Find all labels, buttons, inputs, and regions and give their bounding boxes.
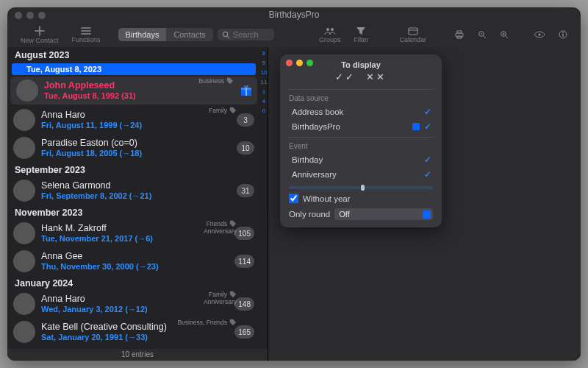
- entry-tags: Business, Friends: [177, 319, 237, 326]
- entry-tags: Family: [209, 291, 237, 298]
- age-slider[interactable]: [289, 186, 433, 189]
- entry-date: Tue, August 8, 1992 (31): [44, 91, 234, 101]
- display-popover: To display ✓✓ ✕✕ Data source Address boo…: [280, 54, 442, 227]
- svg-rect-15: [245, 88, 247, 96]
- zoom-icon[interactable]: [38, 12, 46, 19]
- groups-button[interactable]: Groups: [315, 25, 345, 45]
- minimize-icon[interactable]: [26, 12, 34, 19]
- entry-name: Anna Gee: [41, 251, 229, 261]
- entry-name: Selena Garmond: [41, 180, 231, 191]
- info-button[interactable]: [554, 29, 572, 40]
- list-item[interactable]: Paradise Easton (co=0)Fri, August 18, 20…: [7, 134, 260, 162]
- day-gutter: [260, 205, 268, 275]
- list-item[interactable]: Anna HaroFri, August 11, 1999 (→24)3Fami…: [7, 106, 260, 134]
- list-item[interactable]: Anna GeeThu, November 30, 2000 (→23)114: [7, 247, 260, 275]
- entry-name: Anna Haro: [41, 294, 229, 304]
- svg-rect-12: [562, 34, 563, 37]
- only-round-select[interactable]: Off: [334, 208, 433, 220]
- days-badge: 165: [234, 325, 254, 339]
- days-badge: 114: [234, 255, 254, 268]
- zoom-out-button[interactable]: [473, 29, 491, 40]
- window-traffic-lights: [15, 12, 46, 19]
- row-address-book[interactable]: Address book ✓: [287, 105, 434, 119]
- days-badge: 105: [234, 227, 254, 240]
- print-button[interactable]: [450, 29, 469, 40]
- entry-name: Anna Haro: [41, 110, 231, 120]
- day-gutter: 891011146: [260, 47, 268, 162]
- entry-date: Fri, August 18, 2005 (→18): [41, 149, 231, 158]
- svg-rect-5: [457, 31, 462, 33]
- days-badge: 148: [234, 297, 254, 311]
- svg-point-9: [538, 33, 540, 35]
- toolbar: New Contact Functions Birthdays Contacts…: [7, 22, 581, 47]
- app-window: BirthdaysPro New Contact Functions Birth…: [7, 7, 581, 361]
- entry-date: Thu, November 30, 2000 (→23): [41, 262, 229, 272]
- day-gutter: [260, 275, 268, 346]
- section-data-source: Data source: [287, 94, 434, 105]
- popover-zoom-icon[interactable]: [306, 60, 313, 66]
- check-icon: ✓: [424, 155, 431, 165]
- entry-date: Fri, August 11, 1999 (→24): [41, 121, 231, 130]
- without-year-checkbox[interactable]: Without year: [280, 191, 442, 206]
- entries-footer: 10 entries: [7, 349, 268, 361]
- entry-date: Tue, November 21, 2017 (→6): [41, 234, 229, 244]
- window-title: BirthdaysPro: [7, 10, 581, 20]
- search-icon: [222, 31, 230, 39]
- avatar: [13, 222, 35, 244]
- entry-name: Paradise Easton (co=0): [41, 138, 231, 148]
- entry-tags: Business: [199, 77, 234, 85]
- popover-minimize-icon[interactable]: [296, 60, 303, 66]
- visibility-button[interactable]: [529, 29, 550, 40]
- only-round-label: Only round: [289, 210, 330, 219]
- search-input[interactable]: [233, 30, 270, 39]
- titlebar: BirthdaysPro: [7, 7, 581, 22]
- entry-tags: Friends: [207, 220, 237, 227]
- row-anniversary[interactable]: Anniversary ✓: [287, 167, 434, 182]
- seg-birthdays[interactable]: Birthdays: [118, 28, 167, 41]
- list-item[interactable]: Selena GarmondFri, September 8, 2002 (→2…: [7, 177, 260, 205]
- entries-list[interactable]: August 2023Tue, August 8, 2023John Apple…: [7, 47, 268, 349]
- functions-button[interactable]: Functions: [68, 25, 105, 45]
- entry-name: Hank M. Zakroff: [41, 223, 229, 233]
- month-header: November 2023: [7, 205, 260, 219]
- check-icon: ✓: [424, 107, 431, 117]
- svg-point-2: [331, 28, 334, 31]
- avatar: [13, 180, 35, 202]
- detail-panel: To display ✓✓ ✕✕ Data source Address boo…: [268, 47, 581, 361]
- new-contact-button[interactable]: New Contact: [16, 24, 63, 46]
- row-birthday[interactable]: Birthday ✓: [287, 152, 434, 167]
- svg-rect-3: [409, 28, 417, 35]
- list-item[interactable]: Anna HaroWed, January 3, 2012 (→12)148Fa…: [7, 290, 260, 318]
- search-field[interactable]: [218, 29, 274, 40]
- entry-date: Wed, January 3, 2012 (→12): [41, 305, 229, 314]
- entry-subtag: Anniversary: [204, 227, 237, 235]
- section-event: Event: [287, 142, 434, 152]
- day-gutter: [260, 162, 268, 205]
- seg-contacts[interactable]: Contacts: [166, 28, 212, 41]
- popover-toggle-all[interactable]: ✓✓ ✕✕: [280, 69, 442, 86]
- list-item[interactable]: Hank M. ZakroffTue, November 21, 2017 (→…: [7, 219, 260, 247]
- popover-close-icon[interactable]: [286, 60, 293, 66]
- close-icon[interactable]: [15, 12, 22, 19]
- month-header: September 2023: [7, 162, 260, 177]
- svg-point-11: [562, 32, 564, 34]
- avatar: [13, 250, 35, 272]
- entries-panel: August 2023Tue, August 8, 2023John Apple…: [7, 47, 268, 361]
- svg-point-0: [223, 32, 227, 36]
- avatar: [13, 109, 35, 131]
- zoom-in-button[interactable]: [495, 29, 513, 40]
- list-item[interactable]: Kate Bell (Creative Consulting)Sat, Janu…: [7, 318, 260, 346]
- svg-point-1: [326, 28, 329, 31]
- entry-subtag: Anniversary: [204, 298, 237, 305]
- month-header: August 2023: [7, 47, 260, 62]
- filter-button[interactable]: Filter: [349, 25, 373, 45]
- days-badge: 10: [237, 141, 254, 155]
- calendar-button[interactable]: Calendar: [395, 25, 431, 45]
- row-birthdayspro[interactable]: BirthdaysPro ✓: [287, 119, 434, 134]
- days-badge: 3: [237, 113, 254, 127]
- avatar: [13, 321, 35, 343]
- entry-date: Sat, January 20, 1991 (→33): [41, 333, 229, 342]
- view-segmented[interactable]: Birthdays Contacts: [118, 28, 213, 41]
- entry-tags: Family: [209, 107, 237, 114]
- list-item[interactable]: John AppleseedTue, August 8, 1992 (31)Bu…: [10, 77, 257, 105]
